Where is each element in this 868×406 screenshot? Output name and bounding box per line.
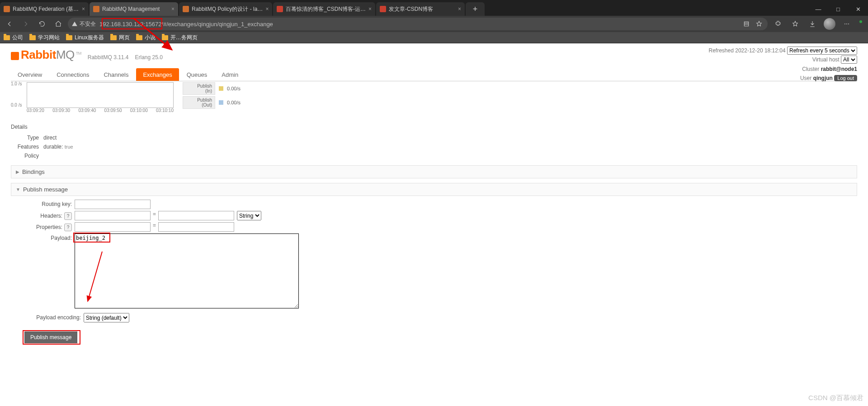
routing-key-row: Routing key: — [24, 200, 857, 209]
property-key-input[interactable] — [75, 222, 151, 232]
help-icon[interactable]: ? — [64, 224, 72, 231]
more-button[interactable]: ⋯ — [839, 17, 854, 31]
tab-overview[interactable]: Overview — [11, 68, 49, 81]
browser-tab[interactable]: RabbitMQ Federation (基…× — [0, 2, 89, 16]
favorites-bar-icon[interactable] — [788, 17, 803, 31]
page-body: Refreshed 2022-12-20 18:12:04 Refresh ev… — [0, 43, 868, 406]
x-axis-ticks: 03:09:20 03:09:30 03:09:40 03:09:50 03:1… — [27, 108, 174, 113]
user-value: qingjun — [813, 75, 833, 81]
rabbitmq-logo[interactable]: RabbitMQTM — [11, 48, 81, 62]
window-close-button[interactable]: ✕ — [848, 2, 868, 16]
close-icon[interactable]: × — [265, 6, 269, 12]
tab-channels[interactable]: Channels — [97, 68, 135, 81]
close-icon[interactable]: × — [82, 6, 85, 12]
detail-row: Policy — [12, 152, 77, 160]
help-icon[interactable]: ? — [64, 212, 72, 220]
publish-button-row: Publish message — [24, 331, 77, 343]
close-icon[interactable]: × — [171, 6, 175, 12]
favorite-icon[interactable] — [754, 17, 764, 31]
detail-row: Featuresdurable: true — [12, 143, 77, 151]
reader-icon[interactable] — [741, 17, 751, 31]
folder-icon — [66, 35, 72, 40]
tab-title: RabbitMQ Policy的设计 - la… — [192, 5, 263, 13]
field-label: Payload: — [24, 233, 75, 241]
header-value-input[interactable] — [158, 211, 234, 220]
payload-textarea[interactable] — [75, 233, 299, 308]
header-key-input[interactable] — [75, 211, 151, 220]
field-label: Routing key: — [24, 200, 75, 207]
payload-row: Payload: — [24, 233, 857, 308]
refresh-interval-select[interactable]: Refresh every 5 seconds — [787, 47, 857, 55]
insecure-label: 不安全 — [80, 20, 96, 28]
extensions-icon[interactable] — [770, 17, 786, 31]
section-bindings[interactable]: ▶ Bindings — [11, 165, 857, 178]
field-label: Payload encoding: — [24, 313, 84, 321]
site-warning-icon[interactable]: 不安全 — [71, 20, 96, 28]
property-value-input[interactable] — [158, 222, 234, 232]
equals-label: = — [151, 222, 158, 229]
rate-label-button[interactable]: Publish (Out) — [183, 96, 215, 109]
publish-button[interactable]: Publish message — [24, 331, 77, 343]
legend-swatch-icon — [219, 86, 223, 91]
tab-admin[interactable]: Admin — [215, 68, 245, 81]
detail-row: Typedirect — [12, 134, 77, 142]
back-button[interactable] — [3, 17, 16, 31]
folder-icon — [4, 35, 10, 40]
erlang-version: Erlang 25.0 — [135, 54, 163, 61]
new-tab-button[interactable]: + — [466, 2, 485, 16]
close-icon[interactable]: × — [458, 6, 461, 12]
url-input[interactable] — [99, 20, 739, 28]
close-icon[interactable]: × — [368, 6, 372, 12]
folder-icon — [162, 35, 168, 40]
profile-button[interactable] — [822, 17, 837, 31]
avatar-icon — [824, 18, 835, 30]
rate-label-button[interactable]: Publish (In) — [183, 82, 215, 95]
header-type-select[interactable]: String — [237, 211, 261, 220]
legend-swatch-icon — [219, 100, 223, 105]
tab-title: 百蓦惊清的博客_CSDN博客-运… — [286, 5, 366, 13]
bookmark-folder[interactable]: 学习网站 — [29, 34, 60, 42]
user-label: User — [800, 75, 811, 81]
downloads-icon[interactable] — [805, 17, 820, 31]
toolbar-right: ⋯ — [770, 17, 865, 31]
browser-tab-strip: RabbitMQ Federation (基…× RabbitMQ Manage… — [0, 0, 868, 16]
home-button[interactable] — [52, 17, 65, 31]
bookmark-folder[interactable]: Linux服务器 — [66, 34, 104, 42]
vhost-label: Virtual host — [812, 56, 840, 63]
section-title: Publish message — [23, 186, 68, 193]
browser-tab[interactable]: 发文章-CSDN博客× — [376, 2, 465, 16]
equals-label: = — [151, 211, 158, 217]
refreshed-label: Refreshed 2022-12-20 18:12:04 — [709, 47, 786, 54]
refresh-button[interactable] — [35, 17, 49, 31]
rate-publish-out: Publish (Out) 0.00/s — [183, 96, 241, 109]
window-minimize-button[interactable]: — — [808, 2, 828, 16]
encoding-row: Payload encoding: String (default) — [24, 313, 857, 322]
encoding-select[interactable]: String (default) — [84, 313, 129, 322]
rate-value: 0.00/s — [227, 86, 241, 91]
tab-queues[interactable]: Queues — [180, 68, 214, 81]
vhost-select[interactable]: All — [841, 56, 857, 64]
bookmark-folder[interactable]: 公司 — [4, 34, 23, 42]
bookmark-folder[interactable]: 开…务网页 — [162, 34, 198, 42]
browser-tab[interactable]: 百蓦惊清的博客_CSDN博客-运…× — [273, 2, 375, 16]
forward-button[interactable] — [19, 17, 33, 31]
section-publish-message[interactable]: ▼ Publish message — [11, 183, 857, 196]
bookmark-folder[interactable]: 网页 — [110, 34, 130, 42]
cluster-label: Cluster — [802, 66, 819, 72]
logout-button[interactable]: Log out — [834, 75, 857, 81]
window-maximize-button[interactable]: □ — [828, 2, 848, 16]
bookmark-folder[interactable]: 小说 — [136, 34, 156, 42]
browser-chrome: RabbitMQ Federation (基…× RabbitMQ Manage… — [0, 0, 868, 43]
logo-icon — [11, 52, 19, 60]
tab-exchanges[interactable]: Exchanges — [136, 68, 179, 81]
tab-title: 发文章-CSDN博客 — [389, 5, 433, 13]
routing-key-input[interactable] — [75, 200, 151, 209]
publish-form: Routing key: Headers:? = String Properti… — [11, 200, 857, 343]
tab-connections[interactable]: Connections — [50, 68, 96, 81]
browser-tab[interactable]: RabbitMQ Management× — [90, 2, 178, 16]
y-axis-min: 0.0 /s — [11, 103, 22, 107]
details-heading: Details — [11, 124, 857, 130]
browser-tab[interactable]: RabbitMQ Policy的设计 - la…× — [179, 2, 272, 16]
rate-publish-in: Publish (In) 0.00/s — [183, 82, 241, 95]
graph-canvas — [27, 82, 174, 108]
